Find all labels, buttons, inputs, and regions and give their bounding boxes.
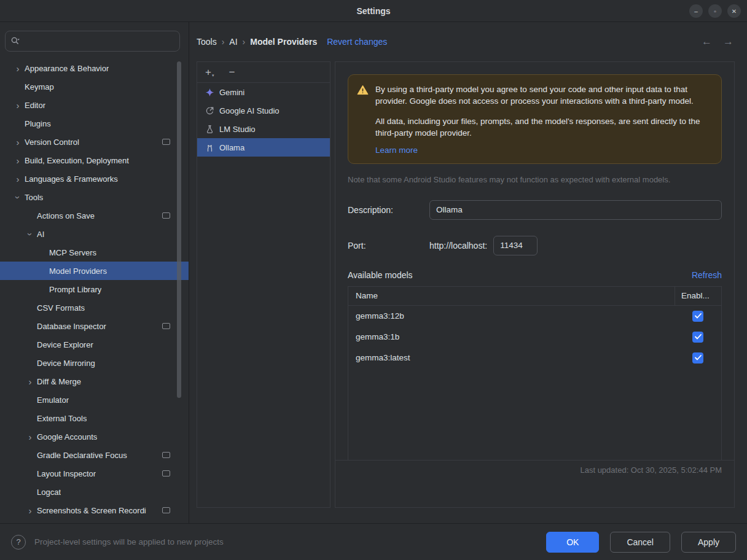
chevron-spacer: [25, 394, 36, 405]
table-row[interactable]: gemma3:latest: [348, 348, 721, 368]
model-enabled-checkbox[interactable]: [692, 332, 703, 343]
sidebar-item-device-mirroring[interactable]: Device Mirroring: [0, 354, 189, 372]
sidebar-item-label: AI: [37, 230, 44, 239]
help-icon[interactable]: ?: [11, 535, 26, 550]
provider-item-lm-studio[interactable]: LM Studio: [197, 120, 330, 138]
chevron-down-icon[interactable]: [12, 192, 23, 203]
column-header-enabled[interactable]: Enabl...: [675, 287, 721, 305]
sidebar-item-version-control[interactable]: Version Control: [0, 133, 189, 151]
add-provider-button[interactable]: +▾: [205, 67, 214, 77]
sidebar-item-label: Device Mirroring: [37, 359, 95, 368]
table-row[interactable]: gemma3:12b: [348, 306, 721, 327]
remove-provider-button[interactable]: −: [229, 67, 235, 77]
table-row[interactable]: gemma3:1b: [348, 327, 721, 348]
provider-item-gemini[interactable]: Gemini: [197, 83, 330, 101]
sidebar-item-label: Layout Inspector: [37, 469, 96, 478]
sidebar-item-logcat[interactable]: Logcat: [0, 483, 189, 501]
breadcrumb-tools[interactable]: Tools: [197, 37, 217, 47]
sidebar-item-mcp-servers[interactable]: MCP Servers: [0, 243, 189, 262]
close-icon[interactable]: ✕: [727, 4, 741, 18]
cancel-button[interactable]: Cancel: [610, 532, 670, 553]
sidebar-item-device-explorer[interactable]: Device Explorer: [0, 335, 189, 354]
description-row: Description:: [348, 200, 722, 220]
sidebar-item-model-providers[interactable]: Model Providers: [0, 262, 189, 280]
chevron-spacer: [25, 210, 36, 221]
project-config-icon: [162, 139, 170, 145]
minimize-icon[interactable]: –: [689, 4, 703, 18]
warning-paragraph-1: By using a third-party model you agree t…: [375, 84, 710, 107]
breadcrumb-separator: ›: [243, 37, 246, 47]
port-prefix: http://localhost:: [429, 241, 487, 251]
provider-item-google-ai-studio[interactable]: Google AI Studio: [197, 101, 330, 120]
sidebar-item-languages-frameworks[interactable]: Languages & Frameworks: [0, 169, 189, 188]
history-nav: ← →: [702, 36, 733, 48]
sidebar-item-csv-formats[interactable]: CSV Formats: [0, 298, 189, 317]
check-icon: [695, 313, 702, 319]
sidebar-item-ai[interactable]: AI: [0, 225, 189, 243]
chevron-right-icon[interactable]: [12, 63, 23, 74]
model-name: gemma3:latest: [348, 353, 675, 362]
sidebar-item-diff-merge[interactable]: Diff & Merge: [0, 372, 189, 391]
sidebar-item-label: Device Explorer: [37, 340, 93, 349]
model-enabled-checkbox[interactable]: [692, 311, 703, 322]
learn-more-link[interactable]: Learn more: [375, 146, 418, 155]
sidebar-item-screenshots-screen-recording[interactable]: Screenshots & Screen Recordi: [0, 501, 189, 519]
sidebar-item-appearance-behavior[interactable]: Appearance & Behavior: [0, 59, 189, 77]
sidebar-item-editor[interactable]: Editor: [0, 96, 189, 114]
window-controls: – ▫ ✕: [689, 4, 741, 18]
models-table-header: Name Enabl...: [348, 287, 721, 306]
apply-button[interactable]: Apply: [681, 532, 736, 553]
sidebar-scrollbar[interactable]: [177, 61, 181, 398]
sidebar-item-actions-on-save[interactable]: Actions on Save: [0, 206, 189, 225]
sidebar-item-label: Version Control: [25, 138, 79, 147]
sidebar-item-emulator[interactable]: Emulator: [0, 391, 189, 409]
sidebar-item-plugins[interactable]: Plugins: [0, 114, 189, 133]
chevron-spacer: [25, 449, 36, 461]
chevron-spacer: [25, 321, 36, 332]
warning-text: By using a third-party model you agree t…: [375, 84, 710, 155]
sidebar-item-external-tools[interactable]: External Tools: [0, 409, 189, 427]
providers-toolbar: +▾ −: [197, 62, 330, 83]
chevron-right-icon[interactable]: [12, 173, 23, 184]
refresh-link[interactable]: Refresh: [692, 270, 722, 280]
chevron-down-icon[interactable]: [25, 228, 36, 239]
breadcrumb-ai[interactable]: AI: [229, 37, 237, 47]
port-field[interactable]: [493, 236, 538, 255]
sidebar-item-google-accounts[interactable]: Google Accounts: [0, 427, 189, 446]
sidebar-item-label: Screenshots & Screen Recordi: [37, 506, 146, 515]
sidebar-item-gradle-declarative-focus[interactable]: Gradle Declarative Focus: [0, 446, 189, 464]
column-header-name[interactable]: Name: [348, 287, 675, 305]
check-icon: [695, 355, 702, 360]
description-field[interactable]: [429, 200, 722, 220]
sidebar-item-keymap[interactable]: Keymap: [0, 77, 189, 96]
settings-search-box[interactable]: [5, 31, 180, 52]
chevron-right-icon[interactable]: [12, 136, 23, 147]
sidebar-item-label: MCP Servers: [49, 248, 96, 257]
ok-button[interactable]: OK: [546, 532, 599, 553]
sidebar-item-build-execution-deployment[interactable]: Build, Execution, Deployment: [0, 151, 189, 169]
chevron-right-icon[interactable]: [25, 431, 36, 442]
model-enabled-checkbox[interactable]: [692, 352, 703, 364]
forward-arrow-icon[interactable]: →: [723, 36, 733, 48]
revert-changes-link[interactable]: Revert changes: [327, 37, 387, 47]
chevron-right-icon[interactable]: [25, 505, 36, 516]
sidebar-item-label: Diff & Merge: [37, 377, 81, 386]
provider-label: Gemini: [219, 88, 244, 97]
provider-item-ollama[interactable]: Ollama: [197, 138, 330, 157]
chevron-right-icon[interactable]: [12, 155, 23, 166]
dialog-footer: ? Project-level settings will be applied…: [0, 523, 747, 560]
description-label: Description:: [348, 205, 429, 215]
sidebar-item-prompt-library[interactable]: Prompt Library: [0, 280, 189, 298]
maximize-icon[interactable]: ▫: [708, 4, 722, 18]
sidebar-item-tools[interactable]: Tools: [0, 188, 189, 206]
main-content: Tools › AI › Model Providers Revert chan…: [189, 22, 747, 523]
sidebar-item-label: Build, Execution, Deployment: [25, 156, 129, 165]
back-arrow-icon[interactable]: ←: [702, 36, 712, 48]
sidebar-item-database-inspector[interactable]: Database Inspector: [0, 317, 189, 335]
chevron-right-icon[interactable]: [25, 376, 36, 387]
chevron-spacer: [12, 118, 23, 129]
sidebar-item-layout-inspector[interactable]: Layout Inspector: [0, 464, 189, 483]
port-row: Port: http://localhost:: [348, 236, 722, 255]
chevron-right-icon[interactable]: [12, 99, 23, 111]
search-input[interactable]: [24, 36, 174, 47]
